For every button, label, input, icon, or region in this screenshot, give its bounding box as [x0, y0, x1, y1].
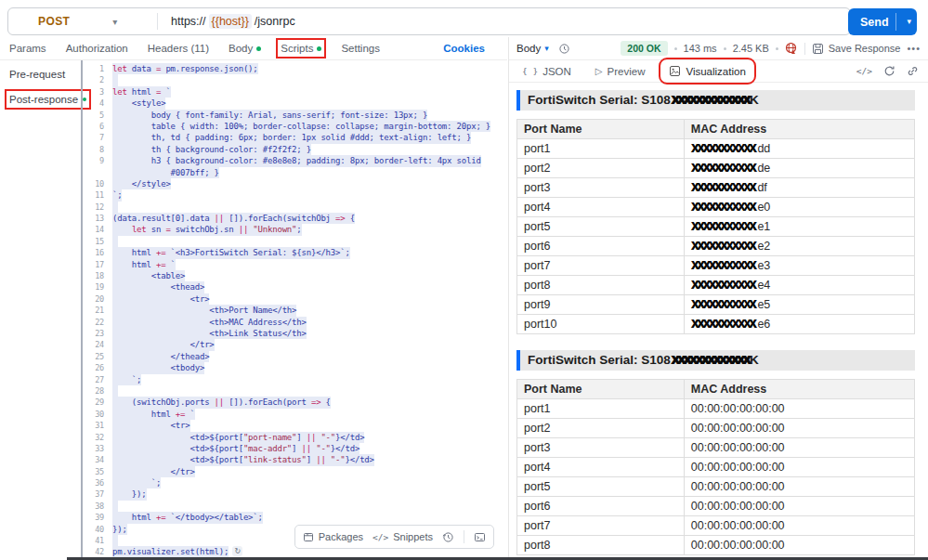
code-line[interactable]: 35 </tr> [84, 466, 503, 477]
code-line[interactable]: 15 [84, 236, 503, 247]
tab-body[interactable]: Body [229, 43, 261, 54]
snippets-button[interactable]: </> Snippets [373, 531, 433, 542]
code-line[interactable]: 25 </thead> [84, 351, 503, 362]
code-line[interactable]: 8 th { background-color: #f2f2f2; } [84, 144, 503, 155]
code-text: <td>${port["mac-addr"] || "-"}</td> [112, 443, 359, 454]
code-line[interactable]: 19 <thead> [84, 281, 503, 293]
code-line[interactable]: 1let data = pm.response.json(); [84, 63, 503, 74]
divider [895, 13, 896, 31]
method-select[interactable]: POST ▾ [8, 8, 157, 34]
history-button[interactable] [442, 531, 454, 543]
code-line[interactable]: 30 html += ` [84, 409, 503, 420]
send-button[interactable]: Send ▾ [848, 8, 917, 35]
line-number: 4 [84, 98, 104, 109]
code-line[interactable]: 12 [84, 202, 503, 213]
code-line[interactable]: 20 <tr> [84, 293, 503, 305]
port-name-cell: port6 [517, 497, 685, 516]
code-line[interactable]: 18 <table> [84, 270, 503, 281]
fortiswitch-serial-heading: FortiSwitch Serial: S108XXXXXXXXXXXXXK [516, 90, 915, 111]
code-line[interactable]: 26 <tbody> [84, 362, 503, 373]
code-text: th, td { padding: 6px; border: 1px solid… [112, 132, 471, 143]
inline-action-icon[interactable]: ↻ [232, 546, 242, 556]
code-text [112, 385, 118, 397]
code-line[interactable]: #007bff; } [84, 167, 503, 178]
response-tab-preview[interactable]: ▷Preview [590, 63, 651, 80]
code-line[interactable]: 6 table { width: 100%; border-collapse: … [84, 121, 503, 132]
code-line[interactable]: 10 </style> [84, 178, 503, 189]
serial-prefix: FortiSwitch Serial: S108 [528, 93, 671, 107]
code-view-icon[interactable]: </> [856, 66, 872, 76]
code-line[interactable]: 9 h3 { background-color: #e8e8e8; paddin… [84, 155, 503, 166]
code-line[interactable]: 23 <th>Link Status</th> [84, 328, 503, 339]
response-tab-visualization[interactable]: Visualization [663, 62, 751, 80]
code-line[interactable]: 2 [84, 74, 503, 85]
mac-address-cell: XXXXXXXXXXXe3 [684, 256, 914, 276]
mac-redaction: XXXXXXXXXXX [691, 181, 755, 194]
script-code-editor[interactable]: 1let data = pm.response.json();23let htm… [84, 63, 503, 560]
tab-authorization[interactable]: Authorization [66, 43, 128, 54]
code-line[interactable]: 32 <td>${port["port-name"] || "-"}</td> [84, 432, 503, 443]
code-line[interactable]: 13(data.result[0].data || []).forEach(sw… [84, 213, 503, 224]
code-line[interactable]: 4 <style> [84, 98, 503, 109]
code-line[interactable]: 36 `; [84, 477, 503, 488]
line-number: 1 [84, 63, 104, 74]
chevron-down-icon[interactable]: ▾ [907, 17, 911, 26]
code-line[interactable]: 16 html += `<h3>FortiSwitch Serial: ${sn… [84, 247, 503, 258]
save-response-button[interactable]: Save Response [812, 43, 901, 55]
line-number: 38 [84, 501, 104, 512]
column-header: Port Name [517, 120, 685, 139]
code-line[interactable]: 7 th, td { padding: 6px; border: 1px sol… [84, 132, 503, 143]
code-line[interactable]: 29 (switchObj.ports || []).forEach(port … [84, 397, 503, 408]
port-name-cell: port2 [517, 419, 685, 438]
code-line[interactable]: 31 <tr> [84, 420, 503, 431]
response-history-icon[interactable] [558, 43, 570, 55]
tab-headers[interactable]: Headers (11) [148, 43, 209, 54]
code-line[interactable]: 11`; [84, 189, 503, 201]
tab-params[interactable]: Params [9, 43, 46, 54]
line-number: 23 [84, 328, 104, 339]
code-line[interactable]: 34 <td>${port["link-status"] || "-"}</td… [84, 454, 503, 465]
packages-button[interactable]: Packages [303, 531, 363, 542]
cookies-link[interactable]: Cookies [443, 43, 485, 54]
line-number: 39 [84, 512, 104, 523]
code-line[interactable]: 39 html += `</tbody></table>`; [84, 512, 503, 523]
code-line[interactable]: 5 body { font-family: Arial, sans-serif;… [84, 110, 503, 121]
sidebar-editor-divider[interactable] [81, 60, 83, 560]
tab-label: Settings [341, 43, 380, 54]
code-line[interactable]: 33 <td>${port["mac-addr"] || "-"}</td> [84, 443, 503, 454]
response-time[interactable]: 143 ms [684, 43, 717, 54]
tab-settings[interactable]: Settings [341, 43, 380, 54]
link-icon[interactable] [907, 65, 919, 77]
network-warning-icon[interactable] [785, 42, 798, 55]
sidebar-item-post-response[interactable]: Post-response [9, 94, 86, 105]
code-line[interactable]: 27 `; [84, 374, 503, 385]
code-line[interactable]: 22 <th>MAC Address</th> [84, 317, 503, 328]
console-button[interactable] [474, 531, 486, 543]
sidebar-item-pre-request[interactable]: Pre-request [9, 69, 65, 80]
code-line[interactable]: 37 }); [84, 488, 503, 500]
code-line[interactable]: 21 <th>Port Name</th> [84, 305, 503, 316]
code-line[interactable]: 24 </tr> [84, 339, 503, 350]
code-line[interactable]: 38 [84, 501, 503, 512]
visualization-content[interactable]: FortiSwitch Serial: S108XXXXXXXXXXXXXKPo… [509, 83, 928, 557]
code-text: let sn = switchObj.sn || "Unknown"; [112, 224, 302, 235]
response-body-select[interactable]: Body ▾ [516, 43, 549, 54]
status-badge[interactable]: 200 OK [621, 41, 667, 56]
line-number: 42 [84, 546, 104, 557]
code-line[interactable]: 14 let sn = switchObj.sn || "Unknown"; [84, 224, 503, 235]
code-text: (switchObj.ports || []).forEach(port => … [112, 397, 331, 408]
more-options-button[interactable]: ••• [907, 43, 921, 54]
code-line[interactable]: 28 [84, 385, 503, 397]
mac-value: 00:00:00:00:00:00 [691, 500, 785, 513]
response-tab-json[interactable]: { }JSON [516, 63, 577, 80]
code-line[interactable]: 17 html += ` [84, 259, 503, 270]
packages-label: Packages [319, 531, 363, 542]
port-name-cell: port6 [517, 237, 685, 256]
refresh-icon[interactable] [883, 65, 895, 77]
response-size[interactable]: 2.45 KB [733, 43, 769, 54]
tab-scripts[interactable]: Scripts [281, 43, 321, 54]
url-variable-chip[interactable]: {{host}} [209, 14, 252, 29]
line-number: 30 [84, 409, 104, 420]
code-line[interactable]: 3let html = ` [84, 86, 503, 98]
url-input[interactable]: https://{{host}}/jsonrpc [158, 14, 295, 29]
